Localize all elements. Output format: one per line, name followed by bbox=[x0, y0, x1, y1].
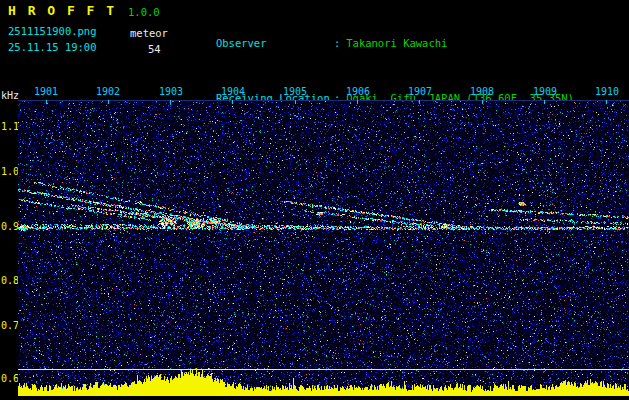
freq-label: 0.9 bbox=[1, 221, 19, 232]
time-label: 1902 bbox=[96, 86, 120, 97]
freq-label: 0.7 bbox=[1, 320, 19, 331]
capture-filename: 2511151900.png bbox=[8, 25, 97, 37]
time-label: 1901 bbox=[34, 86, 58, 97]
time-label: 1905 bbox=[283, 86, 307, 97]
info-value: Takanori Kawachi bbox=[346, 37, 447, 49]
info-label: Observer bbox=[216, 38, 334, 49]
freq-label: 1.0 bbox=[1, 166, 19, 177]
hrofft-window: H R O F F T 1.0.0 2511151900.png meteor … bbox=[0, 0, 629, 400]
time-label: 1909 bbox=[533, 86, 557, 97]
info-separator: : bbox=[334, 37, 340, 49]
app-title: H R O F F T bbox=[8, 3, 116, 18]
capture-datetime: 25.11.15 19:00 bbox=[8, 41, 97, 53]
time-label: 1910 bbox=[595, 86, 619, 97]
time-label: 1906 bbox=[346, 86, 370, 97]
capture-mode-label: meteor bbox=[130, 27, 168, 39]
freq-unit-label: kHz bbox=[1, 90, 19, 101]
echo-count: 54 bbox=[148, 43, 161, 55]
app-version: 1.0.0 bbox=[128, 6, 160, 18]
freq-label: 1.1 bbox=[1, 121, 19, 132]
freq-label: 0.8 bbox=[1, 275, 19, 286]
spectrogram-canvas bbox=[18, 100, 629, 396]
time-label: 1903 bbox=[159, 86, 183, 97]
time-label: 1908 bbox=[470, 86, 494, 97]
freq-label: 0.6 bbox=[1, 373, 19, 384]
info-row-observer: Observer:Takanori Kawachi bbox=[178, 27, 574, 60]
time-label: 1907 bbox=[408, 86, 432, 97]
time-label: 1904 bbox=[221, 86, 245, 97]
